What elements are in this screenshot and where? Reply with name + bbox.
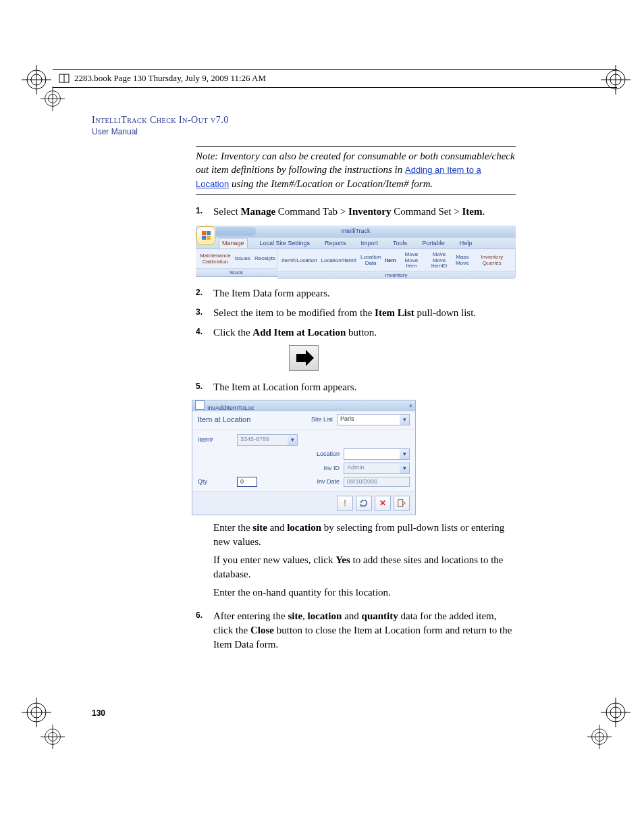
site-list-value: Paris [338,415,400,425]
step-number: 2. [196,286,213,301]
item-at-location-dialog: InvAddItemToLoc × Item at Location Site … [192,400,416,515]
step-number: 1. [196,205,213,219]
ribbon-item-item[interactable]: Item [385,257,396,264]
inv-id-value: Admin [344,463,400,473]
step-1: 1. Select Manage Command Tab > Inventory… [196,205,516,219]
cancel-button[interactable]: ✕ [375,496,391,511]
registration-mark-icon [41,86,65,111]
registration-mark-icon [41,725,65,749]
site-list-label: Site List [292,416,337,423]
running-head-subtitle: User Manual [92,127,516,136]
close-icon[interactable]: × [409,402,412,409]
office-button-icon[interactable] [196,226,215,245]
item-label: Item# [198,436,233,443]
step-2: 2. The Item Data form appears. [196,286,516,301]
ribbon-item[interactable]: Move Move Item [400,251,423,269]
ribbon-item[interactable]: Location/Item# [321,257,356,264]
alert-button[interactable]: ! [337,496,353,511]
inv-id-label: Inv ID [302,465,340,471]
sub-paragraph: Enter the on-hand quantity for this loca… [213,585,516,600]
tab-manage[interactable]: Manage [219,238,248,249]
step-3: 3. Select the item to be modified from t… [196,306,516,320]
inv-id-combo[interactable]: Admin ▾ [344,463,410,474]
sub-paragraph: If you enter new values, click Yes to ad… [213,553,516,581]
crop-header: 2283.book Page 130 Thursday, July 9, 200… [53,69,617,88]
page-number: 130 [92,708,105,718]
book-icon [58,72,70,84]
registration-mark-icon [601,698,630,727]
ribbon-item[interactable]: Receipts [254,255,275,262]
ribbon-titlebar: IntelliTrack [196,226,516,238]
tab-help[interactable]: Help [457,238,475,248]
location-value [344,449,400,459]
ribbon-item[interactable]: Item#/Location [281,257,317,264]
registration-mark-icon [22,698,51,727]
ribbon-item[interactable]: Maintenance Calibration [200,252,231,265]
step-number: 3. [196,306,213,320]
qty-input[interactable]: 0 [237,477,257,487]
add-item-at-location-button[interactable] [289,345,319,371]
step-number: 6. [196,609,213,652]
tab-import[interactable]: Import [358,238,381,248]
running-head-title: IntelliTrack Check In-Out v7.0 [92,115,516,126]
svg-rect-31 [398,500,403,507]
refresh-button[interactable] [356,496,372,511]
registration-mark-icon [587,725,612,749]
crop-header-text: 2283.book Page 130 Thursday, July 9, 200… [74,73,266,84]
item-value: 3345-6789 [238,435,288,445]
svg-marker-30 [296,350,314,366]
item-combo[interactable]: 3345-6789 ▾ [237,434,298,446]
chevron-down-icon[interactable]: ▾ [400,449,409,459]
tab-reports[interactable]: Reports [322,238,349,248]
ribbon-item[interactable]: Inventory Queries [473,253,511,267]
inv-date-label: Inv Date [302,478,340,485]
ribbon-title: IntelliTrack [196,228,516,234]
chevron-down-icon[interactable]: ▾ [288,435,297,445]
inv-date-input[interactable]: 09/10/2008 [344,477,410,487]
note-suffix: using the Item#/Location or Location/Ite… [229,178,433,189]
ribbon-group-label: Stock [196,268,277,276]
ribbon-tabs: Manage Local Site Settings Reports Impor… [196,238,516,249]
step-5: 5. The Item at Location form appears. [196,380,516,394]
dialog-window-title: InvAddItemToLoc [207,405,254,411]
qty-label: Qty [198,478,233,485]
ribbon-item[interactable]: Move Move ItemID [427,251,452,269]
sub-paragraph: Enter the site and location by selecting… [213,521,516,549]
dialog-title: Item at Location [198,415,292,423]
window-icon [195,400,205,410]
note-block: Note: Inventory can also be created for … [196,146,516,195]
step-number: 5. [196,380,213,394]
ribbon-group-label: Inventory [277,271,515,279]
tab-local-site-settings[interactable]: Local Site Settings [257,238,313,248]
location-combo[interactable]: ▾ [344,448,410,460]
step-number: 4. [196,325,213,340]
step-4: 4. Click the Add Item at Location button… [196,325,516,340]
ribbon-item[interactable]: Issues [235,255,250,262]
site-list-combo[interactable]: Paris ▾ [337,414,410,425]
tab-portable[interactable]: Portable [419,238,448,248]
dialog-titlebar: InvAddItemToLoc × [192,400,415,411]
ribbon-screenshot: IntelliTrack Manage Local Site Settings … [196,226,516,277]
step-6: 6. After entering the site, location and… [196,609,516,652]
ribbon-item[interactable]: Mass Move [456,253,469,267]
ribbon-item[interactable]: Location Data [360,253,381,267]
close-button[interactable] [394,496,410,511]
chevron-down-icon[interactable]: ▾ [400,463,409,473]
location-label: Location [302,450,340,457]
chevron-down-icon[interactable]: ▾ [400,415,409,425]
tab-tools[interactable]: Tools [390,238,410,248]
